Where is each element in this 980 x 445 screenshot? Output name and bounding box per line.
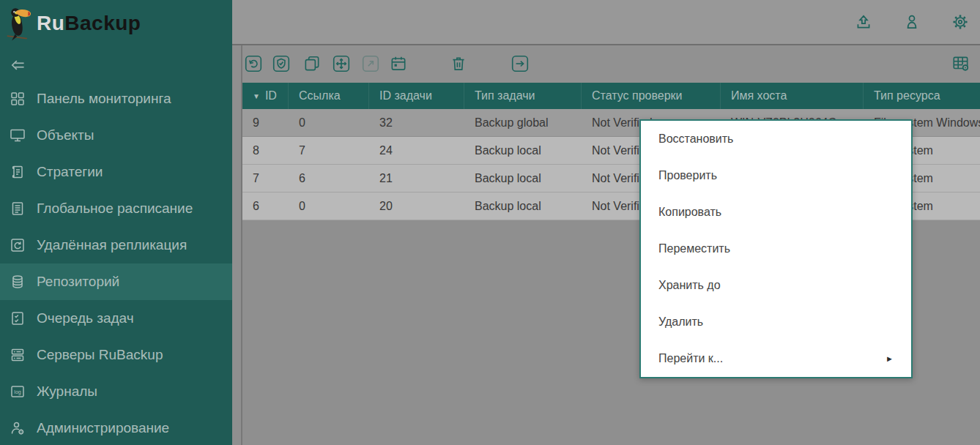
monitor-icon: [9, 127, 26, 144]
column-header-resource-type[interactable]: Тип ресурса: [864, 83, 980, 109]
delete-trash-icon: [449, 54, 468, 73]
sidebar-item-label: Серверы RuBackup: [37, 347, 163, 363]
menu-item-delete[interactable]: Удалить: [641, 304, 911, 340]
menu-item-move[interactable]: Переместить: [641, 231, 911, 267]
svg-text:log: log: [14, 389, 21, 395]
user-profile-button[interactable]: [902, 12, 921, 31]
verify-button[interactable]: [272, 54, 291, 73]
submenu-arrow-icon: ►: [886, 354, 894, 363]
cell-task-type: Backup local: [464, 137, 582, 164]
sidebar-item-label: Очередь задач: [37, 310, 134, 326]
sidebar-item-logs[interactable]: log Журналы: [0, 373, 232, 410]
cell-task-id: 32: [369, 109, 464, 136]
task-queue-checklist-icon: [9, 310, 26, 327]
cell-link: 0: [289, 109, 369, 136]
cell-id: 8: [242, 137, 289, 164]
settings-gear-icon: [951, 12, 970, 31]
replication-sync-icon: [9, 236, 26, 254]
repository-database-icon: [9, 273, 26, 291]
cell-id: 9: [242, 109, 289, 136]
dashboard-grid-icon: [9, 90, 26, 108]
collapse-left-icon: [9, 56, 28, 75]
table-settings-icon: [951, 54, 970, 73]
cell-task-type: Backup local: [464, 192, 582, 220]
upload-icon: [854, 12, 873, 31]
settings-button[interactable]: [951, 12, 970, 31]
copy-button[interactable]: [302, 54, 322, 73]
strategies-document-icon: [9, 163, 26, 181]
column-header-hostname[interactable]: Имя хоста: [721, 83, 864, 109]
cell-link: 6: [289, 165, 369, 192]
cell-task-id: 20: [369, 192, 464, 220]
sidebar-item-label: Стратегии: [37, 164, 103, 180]
column-header-verify-status[interactable]: Статус проверки: [582, 83, 721, 109]
table-settings-button[interactable]: [951, 54, 970, 73]
sidebar-item-label: Объекты: [37, 127, 94, 143]
brand-name-backup: Backup: [64, 12, 141, 34]
copy-icon: [302, 54, 322, 73]
delete-button[interactable]: [449, 54, 468, 73]
table-header-row: ▼ID Ссылка ID задачи Тип задачи Статус п…: [242, 83, 980, 109]
sidebar-item-label: Глобальное расписание: [37, 201, 193, 217]
menu-item-go-to[interactable]: Перейти к...►: [641, 340, 911, 377]
move-icon: [332, 54, 351, 73]
column-header-id[interactable]: ▼ID: [242, 83, 289, 109]
sidebar-item-label: Журналы: [37, 384, 97, 400]
open-external-button: [361, 54, 380, 73]
context-menu: Восстановить Проверить Копировать Переме…: [639, 119, 913, 378]
brand-name: RuBackup: [37, 12, 141, 35]
menu-item-hold-until[interactable]: Хранить до: [641, 267, 911, 304]
schedule-document-icon: [9, 200, 26, 217]
sidebar-item-global-schedule[interactable]: Глобальное расписание: [0, 190, 232, 227]
sidebar-item-strategies[interactable]: Стратегии: [0, 154, 232, 190]
cell-task-type: Backup local: [464, 165, 582, 192]
logs-box-icon: log: [9, 383, 26, 400]
sidebar-collapse-button[interactable]: [9, 56, 28, 75]
sort-desc-icon: ▼: [253, 92, 260, 100]
sidebar-item-repository[interactable]: Репозиторий: [0, 263, 232, 300]
hold-until-button[interactable]: [389, 54, 408, 73]
move-button[interactable]: [332, 54, 351, 73]
column-header-link[interactable]: Ссылка: [289, 83, 369, 109]
brand-logo: RuBackup: [0, 0, 232, 44]
sidebar-item-objects[interactable]: Объекты: [0, 117, 232, 154]
cell-task-id: 21: [369, 165, 464, 192]
column-header-task-id[interactable]: ID задачи: [369, 83, 464, 109]
open-external-icon: [361, 54, 380, 73]
menu-item-restore[interactable]: Восстановить: [641, 121, 911, 157]
cell-id: 7: [242, 165, 289, 192]
sidebar-item-task-queue[interactable]: Очередь задач: [0, 300, 232, 337]
menu-item-verify[interactable]: Проверить: [641, 157, 911, 194]
go-to-button[interactable]: [511, 54, 530, 73]
user-gear-icon: [9, 419, 26, 437]
brand-name-ru: Ru: [37, 12, 64, 34]
go-to-arrow-icon: [511, 54, 530, 73]
topbar: [232, 0, 980, 45]
servers-stack-icon: [9, 346, 26, 364]
cell-link: 7: [289, 137, 369, 164]
restore-button[interactable]: [244, 54, 263, 73]
upload-button[interactable]: [854, 12, 873, 31]
menu-item-copy[interactable]: Копировать: [641, 194, 911, 231]
sidebar-item-remote-replication[interactable]: Удалённая репликация: [0, 227, 232, 263]
toucan-logo-icon: [6, 4, 32, 42]
repository-toolbar: [242, 45, 980, 83]
cell-task-type: Backup global: [464, 109, 582, 136]
cell-link: 0: [289, 192, 369, 220]
app-window: RuBackup Панель мониторинга: [0, 0, 980, 445]
user-profile-icon: [902, 12, 921, 31]
verify-shield-icon: [272, 54, 291, 73]
cell-id: 6: [242, 192, 289, 220]
sidebar-item-dashboard[interactable]: Панель мониторинга: [0, 81, 232, 117]
sidebar-item-label: Панель мониторинга: [37, 91, 171, 107]
sidebar-item-servers[interactable]: Серверы RuBackup: [0, 337, 232, 373]
sidebar-item-label: Администрирование: [37, 420, 169, 436]
sidebar-item-label: Удалённая репликация: [37, 237, 187, 253]
sidebar: RuBackup Панель мониторинга: [0, 0, 232, 445]
column-header-task-type[interactable]: Тип задачи: [464, 83, 582, 109]
sidebar-nav: Панель мониторинга Объекты Стратегии: [0, 81, 232, 445]
restore-icon: [244, 54, 263, 73]
sidebar-item-label: Репозиторий: [37, 274, 119, 290]
sidebar-item-administration[interactable]: Администрирование: [0, 410, 232, 445]
hold-until-calendar-icon: [389, 54, 408, 73]
